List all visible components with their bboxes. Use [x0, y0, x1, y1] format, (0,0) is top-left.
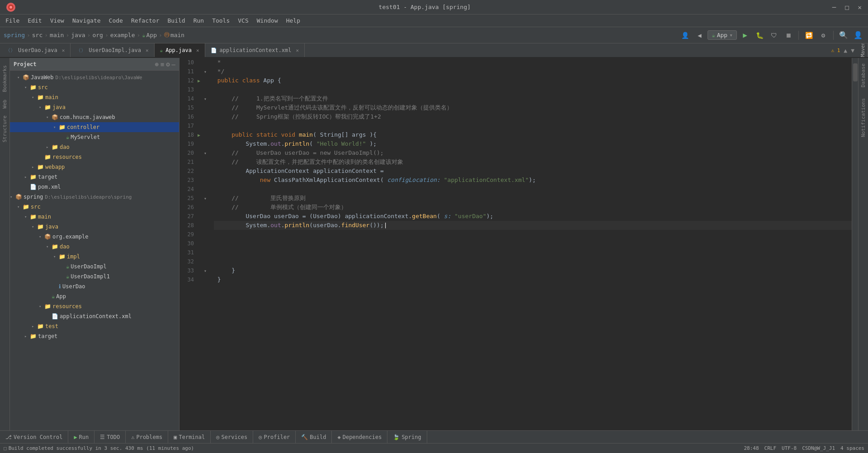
run-config-selector[interactable]: ☕ App ▾ — [708, 30, 737, 40]
search-button[interactable]: 🔍 — [837, 29, 850, 42]
close-button[interactable]: ✕ — [855, 3, 864, 12]
run-12[interactable]: ▶ — [198, 78, 204, 83]
tree-app[interactable]: ☕ App — [10, 291, 179, 301]
bottom-tab-version-control[interactable]: ⎇ Version Control — [0, 431, 68, 443]
fold-25[interactable]: ▾ — [204, 196, 210, 201]
bottom-tab-terminal[interactable]: ▣ Terminal — [168, 431, 211, 443]
tree-appcontext-xml[interactable]: 📄 applicationContext.xml — [10, 311, 179, 321]
tab-app-close[interactable]: ✕ — [196, 48, 199, 53]
menu-navigate[interactable]: Navigate — [69, 16, 104, 25]
project-collapse-btn[interactable]: ≡ — [160, 61, 164, 68]
bottom-tab-profiler[interactable]: ◎ Profiler — [253, 431, 296, 443]
menu-refactor[interactable]: Refactor — [127, 16, 163, 25]
user-account-button[interactable]: 👤 — [852, 29, 864, 42]
tree-myservlet[interactable]: ☕ MyServlet — [10, 132, 179, 142]
file-charset[interactable]: UTF-8 — [782, 445, 797, 451]
project-add-btn[interactable]: ⊕ — [155, 61, 158, 68]
run-with-coverage-button[interactable]: 🛡 — [768, 29, 780, 42]
tab-userdaoimpl[interactable]: 〈〉 UserDaoImpl.java ✕ — [71, 43, 154, 57]
tree-impl[interactable]: ▾ 📁 impl — [10, 252, 179, 262]
tree-javaweb-java[interactable]: ▾ 📁 java — [10, 102, 179, 112]
tab-userdao[interactable]: 〈〉 UserDao.java ✕ — [0, 43, 71, 57]
structure-button[interactable]: Structure — [0, 112, 9, 146]
maven-panel-button[interactable]: Maven — [858, 43, 868, 57]
project-settings-btn[interactable]: ⚙ — [166, 61, 170, 68]
tree-javaweb-package[interactable]: ▾ 📦 com.hnucm.javaweb — [10, 112, 179, 122]
menu-run[interactable]: Run — [190, 16, 208, 25]
bottom-tab-services[interactable]: ◎ Services — [211, 431, 253, 443]
database-panel-button[interactable]: Database — [859, 58, 868, 93]
bottom-tab-problems[interactable]: ⚠ Problems — [126, 431, 168, 443]
stop-button[interactable]: ⏹ — [782, 29, 795, 42]
bottom-tab-todo[interactable]: ☰ TODO — [94, 431, 126, 443]
line-ending[interactable]: CRLF — [764, 445, 777, 451]
rerun-button[interactable]: 🔁 — [802, 29, 815, 42]
menu-build[interactable]: Build — [164, 16, 189, 25]
indent-label[interactable]: 4 spaces — [840, 445, 864, 451]
tab-userdao-close[interactable]: ✕ — [62, 48, 65, 53]
tab-app[interactable]: ☕ App.java ✕ — [155, 43, 205, 57]
profile-button[interactable]: 👤 — [679, 29, 691, 42]
breadcrumb-example[interactable]: example — [110, 32, 135, 38]
breadcrumb-main[interactable]: main — [50, 32, 64, 38]
tree-webapp[interactable]: ▸ 📁 webapp — [10, 162, 179, 172]
fold-14[interactable]: ▾ — [204, 96, 210, 101]
menu-file[interactable]: File — [2, 16, 23, 25]
tree-javaweb-main[interactable]: ▾ 📁 main — [10, 92, 179, 102]
fold-11[interactable]: ▾ — [204, 69, 210, 74]
project-minimize-btn[interactable]: – — [172, 61, 175, 68]
tree-resources[interactable]: 📁 resources — [10, 152, 179, 162]
tab-appcontext[interactable]: 📄 applicationContext.xml ✕ — [205, 43, 305, 57]
tree-userdao[interactable]: ℹ UserDao — [10, 281, 179, 291]
tree-spring-target[interactable]: ▸ 📁 target — [10, 331, 179, 341]
bottom-tab-build[interactable]: 🔨 Build — [296, 431, 332, 443]
tree-spring-main[interactable]: ▾ 📁 main — [10, 212, 179, 222]
menu-help[interactable]: Help — [283, 16, 304, 25]
tree-pom[interactable]: 📄 pom.xml — [10, 182, 179, 192]
run-button[interactable]: ▶ — [739, 29, 751, 42]
menu-code[interactable]: Code — [105, 16, 127, 25]
settings-button[interactable]: ⚙ — [817, 29, 830, 42]
tab-appcontext-close[interactable]: ✕ — [296, 48, 299, 53]
breadcrumb-org[interactable]: org — [92, 32, 103, 38]
scroll-up-btn[interactable]: ▲ — [844, 47, 847, 54]
breadcrumb-app[interactable]: App — [146, 32, 157, 38]
breadcrumb-src[interactable]: src — [32, 32, 42, 38]
menu-window[interactable]: Window — [253, 16, 282, 25]
cursor-position[interactable]: 28:48 — [744, 445, 759, 451]
tree-spring-java[interactable]: ▾ 📁 java — [10, 222, 179, 232]
breadcrumb-main-method[interactable]: main — [170, 32, 184, 38]
notifications-panel-button[interactable]: Notifications — [859, 93, 868, 143]
tree-spring-src[interactable]: ▾ 📁 src — [10, 202, 179, 212]
code-editor[interactable]: * */ public class App { // 1.把类名写到一个配置文件… — [210, 58, 852, 430]
back-button[interactable]: ◀ — [693, 29, 706, 42]
tree-javaweb-src[interactable]: ▾ 📁 src — [10, 82, 179, 92]
scroll-down-btn[interactable]: ▼ — [851, 47, 854, 54]
scrollbar-thumb[interactable] — [853, 63, 858, 81]
tree-dao[interactable]: ▸ 📁 dao — [10, 142, 179, 152]
maximize-button[interactable]: □ — [842, 3, 851, 12]
debug-button[interactable]: 🐛 — [753, 29, 766, 42]
tree-userdaoimpl1[interactable]: ☕ UserDaoImpl1 — [10, 272, 179, 281]
web-button[interactable]: Web — [0, 96, 9, 112]
run-18[interactable]: ▶ — [198, 133, 204, 138]
tree-spring[interactable]: ▾ 📦 spring D:\eslipselibs\ideapro\spring — [10, 192, 179, 202]
bottom-tab-spring[interactable]: 🍃 Spring — [387, 431, 427, 443]
menu-edit[interactable]: Edit — [24, 16, 45, 25]
menu-vcs[interactable]: VCS — [234, 16, 252, 25]
tree-spring-resources[interactable]: ▾ 📁 resources — [10, 301, 179, 311]
bottom-tab-dependencies[interactable]: ◈ Dependencies — [332, 431, 387, 443]
tree-org-example[interactable]: ▾ 📦 org.example — [10, 232, 179, 242]
fold-33[interactable]: ▾ — [204, 268, 210, 273]
menu-tools[interactable]: Tools — [208, 16, 233, 25]
tree-test[interactable]: ▸ 📁 test — [10, 321, 179, 331]
minimize-button[interactable]: ─ — [830, 3, 839, 12]
tree-userdaoimpl[interactable]: ☕ UserDaoImpl — [10, 262, 179, 272]
tree-spring-dao[interactable]: ▾ 📁 dao — [10, 242, 179, 252]
breadcrumb-java[interactable]: java — [71, 32, 85, 38]
tab-userdaoimpl-close[interactable]: ✕ — [146, 48, 149, 53]
tree-javaweb-target[interactable]: ▸ 📁 target — [10, 172, 179, 182]
tree-controller[interactable]: ▾ 📁 controller — [10, 122, 179, 132]
minimap-scrollbar[interactable] — [852, 58, 858, 430]
fold-20[interactable]: ▾ — [204, 151, 210, 156]
